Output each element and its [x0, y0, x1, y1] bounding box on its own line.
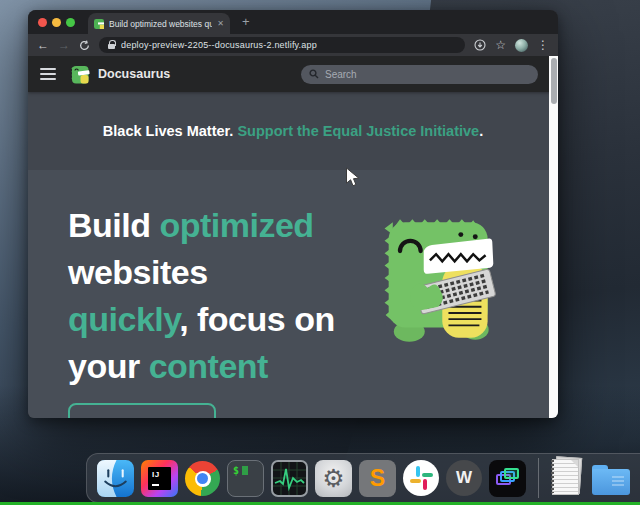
announcement-bar: Black Lives Matter. Support the Equal Ju…: [28, 92, 558, 170]
hamburger-menu-icon[interactable]: [40, 68, 56, 80]
hero-section: Build optimizedwebsitesquickly, focus on…: [28, 170, 558, 418]
dock-item-documents-stack[interactable]: [551, 457, 583, 497]
dock-separator: [538, 458, 539, 498]
search-input[interactable]: Search: [301, 65, 538, 84]
install-site-icon[interactable]: [474, 39, 486, 51]
scrollbar-thumb[interactable]: [551, 58, 557, 104]
docusaurus-mascot-illustration: [366, 214, 500, 348]
dock-item-sublime-text[interactable]: S: [359, 460, 396, 497]
browser-toolbar: ← → deploy-preview-2205--docusaurus-2.ne…: [28, 34, 558, 56]
announcement-link[interactable]: Support the Equal Justice Initiative: [237, 123, 479, 139]
gear-icon: ⚙: [322, 466, 344, 491]
minimize-window-button[interactable]: [52, 18, 61, 27]
get-started-button[interactable]: [68, 403, 216, 418]
desktop: Build optimized websites quick ✕ + ← → d…: [0, 0, 640, 505]
dock-item-slack[interactable]: [403, 460, 439, 496]
dock-item-intellij-idea[interactable]: IJ: [141, 460, 178, 497]
bookmark-star-icon[interactable]: ☆: [495, 39, 506, 51]
hero-title: Build optimizedwebsitesquickly, focus on…: [68, 202, 398, 390]
address-bar[interactable]: deploy-preview-2205--docusaurus-2.netlif…: [99, 37, 465, 53]
dock-item-terminal[interactable]: $: [227, 460, 264, 497]
tab-title: Build optimized websites quick: [109, 19, 212, 29]
dock-item-activity-monitor[interactable]: [271, 460, 308, 497]
chrome-logo: [195, 471, 211, 487]
back-icon[interactable]: ←: [37, 39, 49, 51]
page-viewport: Docusaurus Search Black Lives Matter. Su…: [28, 56, 558, 418]
browser-menu-icon[interactable]: ⋮: [537, 39, 549, 51]
search-icon: [309, 69, 319, 79]
dock-item-system-preferences[interactable]: ⚙: [315, 460, 352, 497]
browser-window: Build optimized websites quick ✕ + ← → d…: [28, 10, 558, 418]
search-placeholder: Search: [325, 69, 357, 80]
dock-item-screens-app[interactable]: [489, 460, 526, 497]
docusaurus-favicon-icon: [94, 19, 104, 29]
page-scrollbar[interactable]: [549, 56, 558, 418]
secure-lock-icon[interactable]: [108, 44, 115, 50]
profile-avatar[interactable]: [515, 39, 528, 52]
site-navbar: Docusaurus Search: [28, 56, 558, 92]
tab-close-icon[interactable]: ✕: [217, 19, 224, 28]
browser-tab[interactable]: Build optimized websites quick ✕: [88, 13, 230, 34]
dock-item-finder[interactable]: [97, 460, 134, 497]
close-window-button[interactable]: [38, 18, 47, 27]
announcement-text: Black Lives Matter.: [103, 123, 234, 139]
intellij-logo: IJ: [148, 467, 171, 490]
maximize-window-button[interactable]: [66, 18, 75, 27]
tab-strip: Build optimized websites quick ✕ +: [28, 10, 558, 34]
dock: IJ $ ⚙ S W: [86, 453, 640, 503]
window-controls: [38, 10, 75, 34]
docusaurus-logo-icon[interactable]: [69, 64, 90, 85]
announcement-suffix: .: [479, 123, 483, 139]
url-text: deploy-preview-2205--docusaurus-2.netlif…: [121, 40, 317, 50]
site-title[interactable]: Docusaurus: [98, 67, 170, 81]
dock-item-downloads-folder[interactable]: [590, 460, 630, 497]
reload-icon[interactable]: [79, 40, 90, 51]
toolbar-actions: ☆ ⋮: [474, 39, 549, 52]
mouse-cursor-icon: [345, 167, 362, 193]
dock-item-chrome[interactable]: [185, 461, 220, 496]
new-tab-button[interactable]: +: [242, 12, 250, 32]
forward-icon: →: [58, 39, 70, 51]
dock-item-workplace[interactable]: W: [446, 460, 482, 496]
